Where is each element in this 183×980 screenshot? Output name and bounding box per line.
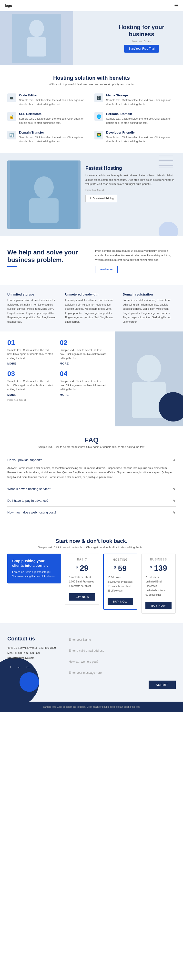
start-trial-button[interactable]: Start Your Free Trial [124, 45, 159, 52]
benefits-subtitle: With a lot of powerful features, we guar… [7, 83, 176, 86]
read-more-button[interactable]: read more [95, 266, 118, 273]
step-more-link[interactable]: MORE [7, 362, 55, 365]
hero-image [0, 11, 73, 65]
benefit-icon: 🌐 [95, 112, 103, 121]
contact-left: Contact us 4645 10 Sumville Avenue, 123-… [7, 636, 56, 689]
benefit-text: SSL Certificate Sample text. Click to se… [19, 112, 88, 125]
pricing-feature: 2,500 Email Processes [107, 580, 133, 584]
faq-item: How much does web hosting cost? ∨ [7, 507, 176, 519]
contact-section: Contact us 4645 10 Sumville Avenue, 123-… [0, 623, 183, 702]
faq-question[interactable]: Do you provide support? ∧ [7, 454, 176, 466]
faq-section: FAQ Sample text. Click to select the tex… [0, 426, 183, 528]
benefit-icon: 🗄️ [95, 94, 103, 102]
pricing-feature: 60 coffee cups [145, 593, 172, 597]
faq-question-text: What is a web hosting service? [7, 487, 51, 491]
contact-right: SUBMIT [66, 636, 176, 689]
contact-email: contact@edeskyc.com [7, 655, 56, 660]
we-help-underline [7, 266, 17, 267]
footer-text: Sample text. Click to select the text bo… [7, 706, 176, 708]
social-in-icon[interactable]: in [16, 664, 22, 670]
contact-address: 4645 10 Sumville Avenue, 123-456-7890 [7, 645, 56, 651]
buy-now-button[interactable]: BUY NOW [69, 593, 95, 601]
step-item: 03 Sample text. Click to select the text… [7, 370, 55, 396]
download-pricing-button[interactable]: ⬇ Download Pricing [85, 195, 117, 202]
benefit-desc: Sample text. Click to select the text bo… [106, 117, 176, 125]
benefit-name: Domain Transfer [19, 130, 88, 134]
deco-lines [159, 156, 173, 175]
faq-question[interactable]: How much does web hosting cost? ∨ [7, 507, 176, 518]
faq-list: Do you provide support? ∧ Answer: Lorem … [7, 454, 176, 519]
plan-name: BASIC [69, 558, 95, 561]
benefit-text: Media Storage Sample text. Click to sele… [106, 94, 176, 106]
benefit-desc: Sample text. Click to select the text bo… [106, 135, 176, 143]
benefit-item: 🔄 Domain Transfer Sample text. Click to … [7, 130, 88, 143]
faq-question[interactable]: What is a web hosting service? ∨ [7, 483, 176, 495]
faq-question-text: How much does web hosting cost? [7, 511, 56, 514]
steps-left: 01 Sample text. Click to select the text… [0, 331, 115, 426]
hero-section: Hosting for your business Image from Fre… [0, 11, 183, 65]
fastest-btn-label: Download Pricing [93, 197, 114, 200]
we-help-right: Proin semper placerat mauris ut placerat… [95, 248, 176, 273]
we-help-title: We help and solve your business problem. [7, 248, 88, 264]
benefit-text: Code Editor Sample text. Click to select… [19, 94, 88, 106]
feature-column: Domain registrationLorem ipsum dolor sit… [123, 293, 176, 324]
svg-point-13 [137, 355, 161, 382]
benefit-item: 💻 Code Editor Sample text. Click to sele… [7, 94, 88, 106]
benefit-icon: 🔒 [7, 112, 16, 121]
benefit-name: Code Editor [19, 94, 88, 97]
menu-icon[interactable]: ☰ [174, 3, 178, 8]
pricing-promo: Stop pushing your clients into a corner.… [7, 554, 61, 584]
step-more-link[interactable]: MORE [60, 393, 107, 396]
benefit-name: Media Storage [106, 94, 176, 97]
faq-title: FAQ [7, 436, 176, 444]
plan-price: $ 59 [107, 564, 133, 573]
currency: $ [114, 565, 116, 569]
step-text: Sample text. Click to select the text bo… [7, 379, 55, 391]
logo: logo [5, 4, 12, 8]
we-help-left: We help and solve your business problem. [7, 248, 88, 271]
faq-subtitle: Sample text. Click to select the text bo… [7, 445, 176, 449]
pricing-card: BASIC $ 29 5 contacts per client1,000 Em… [65, 554, 99, 605]
benefits-grid: 💻 Code Editor Sample text. Click to sele… [7, 94, 176, 143]
social-gplus-icon[interactable]: G+ [25, 664, 31, 670]
step-more-link[interactable]: MORE [7, 393, 55, 396]
contact-info: 4645 10 Sumville Avenue, 123-456-7890 Mo… [7, 645, 56, 661]
contact-inner: Contact us 4645 10 Sumville Avenue, 123-… [7, 636, 176, 689]
social-f-icon[interactable]: f [7, 664, 14, 670]
pricing-card: BUSINESS $ 139 20 full usersUnlimited Em… [141, 554, 176, 614]
benefit-text: Personal Domain Sample text. Click to se… [106, 112, 176, 125]
buy-now-button[interactable]: BUY NOW [145, 602, 172, 609]
steps-img-credit: Image from Freepik [7, 399, 107, 401]
feature-text: Lorem ipsum dolor sit amet, consectetur … [7, 298, 60, 324]
faq-chevron-icon: ∨ [173, 510, 176, 515]
we-help-section: We help and solve your business problem.… [0, 236, 183, 285]
benefit-item: 👨‍💻 Developer Friendly Sample text. Clic… [95, 130, 176, 143]
contact-name-input[interactable] [66, 636, 176, 644]
currency: $ [150, 565, 152, 569]
benefit-desc: Sample text. Click to select the text bo… [19, 98, 88, 106]
faq-question[interactable]: Do I have to pay in advance? ∨ [7, 495, 176, 506]
feature-text: Lorem ipsum dolor sit amet, consectetur … [123, 298, 176, 324]
benefit-desc: Sample text. Click to select the text bo… [106, 98, 176, 106]
plan-name: BUSINESS [145, 558, 172, 561]
steps-right-image [115, 331, 183, 426]
faq-question-text: Do you provide support? [7, 458, 42, 462]
pricing-grid: Stop pushing your clients into a corner.… [7, 554, 176, 614]
feature-title: Domain registration [123, 293, 176, 296]
pricing-section: Start now & don't look back. Sample text… [0, 528, 183, 623]
contact-subject-input[interactable] [66, 657, 176, 666]
buy-now-button[interactable]: BUY NOW [107, 598, 133, 605]
fastest-image [7, 161, 80, 229]
pricing-subtitle: Sample text. Click to select the text bo… [7, 546, 176, 549]
contact-email-input[interactable] [66, 647, 176, 655]
pricing-feature: 5 contacts per client [69, 584, 95, 589]
promo-text: Fames ac turpis egestas integer. Viverra… [12, 570, 56, 579]
faq-chevron-icon: ∨ [173, 487, 176, 491]
benefit-text: Domain Transfer Sample text. Click to se… [19, 130, 88, 143]
step-number: 02 [60, 339, 107, 347]
feature-text: Lorem ipsum dolor sit amet, consectetur … [65, 298, 118, 324]
contact-message-input[interactable] [66, 668, 176, 677]
pricing-feature: Unlimited contacts [145, 589, 172, 593]
step-more-link[interactable]: MORE [60, 362, 107, 365]
contact-submit-button[interactable]: SUBMIT [148, 681, 176, 689]
